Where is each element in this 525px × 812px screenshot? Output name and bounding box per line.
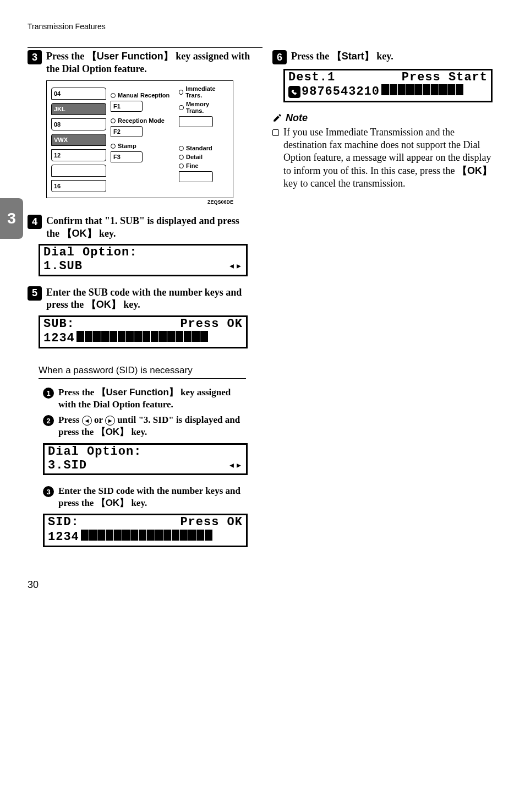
- lcd-l1b: Press OK: [180, 515, 243, 529]
- standard-label: Standard: [186, 145, 212, 151]
- sid-password-heading: When a password (SID) is necessary: [39, 365, 246, 379]
- step-3: 3 Press the 【User Function】 key assigned…: [28, 50, 253, 75]
- f3-key: F3: [111, 151, 143, 162]
- cursor-blocks: [381, 84, 463, 99]
- ok-key-label: 【OK】: [457, 165, 492, 176]
- step4-text-b: key.: [97, 228, 116, 239]
- manual-reception-label: Manual Reception: [118, 92, 169, 99]
- led-icon: [179, 146, 184, 151]
- substep-1: 1 Press the 【User Function】 key assigned…: [43, 386, 247, 411]
- step-number-icon: 3: [28, 50, 42, 64]
- detail-label: Detail: [186, 154, 203, 160]
- lcd-dial-option-sid: Dial Option: 3.SID◂▸: [43, 443, 248, 476]
- lcd-l1b: Press OK: [180, 317, 243, 331]
- pad-vwx: VWX: [51, 134, 106, 146]
- step-5: 5 Enter the SUB code with the number key…: [28, 286, 253, 311]
- memory-trans-label: Memory Trans.: [186, 101, 228, 114]
- blank-key: [179, 116, 213, 127]
- lcd-sub-entry: SUB:Press OK 1234: [39, 315, 248, 349]
- pad-04: 04: [51, 88, 106, 100]
- sub1-a: Press the: [58, 387, 97, 397]
- step-6: 6 Press the 【Start】 key.: [272, 50, 497, 64]
- lcd-line2: 9876543210: [302, 85, 380, 99]
- operation-panel-figure: 04 JKL 08 VWX 12 16 Manual Reception F1 …: [46, 80, 253, 205]
- lcd-l1a: SID:: [48, 515, 79, 529]
- f2-key: F2: [111, 126, 143, 137]
- lcd-dial-option-sub: Dial Option: 1.SUB◂▸: [39, 244, 248, 276]
- lcd-line2: 1234: [43, 331, 75, 345]
- start-key-label: 【Start】: [332, 51, 374, 62]
- figure-caption: ZEQS06DE: [46, 199, 233, 205]
- f1-key: F1: [111, 101, 143, 112]
- substep-number-icon: 2: [43, 415, 54, 426]
- sub2-mid: or: [92, 415, 105, 425]
- square-bullet-icon: [272, 129, 279, 136]
- step3-text-a: Press the: [46, 51, 87, 62]
- lcd-l1a: SUB:: [43, 317, 75, 331]
- pad-16: 16: [51, 180, 106, 192]
- lcd-line2: 3.SID: [48, 459, 87, 472]
- right-arrow-key-icon: ▸: [105, 416, 115, 426]
- led-icon: [111, 118, 116, 123]
- reception-mode-label: Reception Mode: [118, 117, 165, 124]
- sub3-a: Enter the SID code with the number keys …: [58, 486, 240, 508]
- substep-2: 2 Press ◂ or ▸ until "3. SID" is display…: [43, 414, 247, 438]
- lcd-l1a: Dest.1: [288, 70, 335, 84]
- arrow-icons: ◂▸: [228, 459, 243, 472]
- led-icon: [111, 144, 116, 149]
- led-icon: [179, 90, 183, 95]
- phone-icon: [288, 86, 300, 98]
- running-header: Transmission Features: [28, 22, 262, 31]
- step6-b: key.: [374, 51, 393, 62]
- led-icon: [179, 155, 184, 160]
- cursor-blocks: [80, 530, 212, 544]
- page-number: 30: [28, 579, 497, 591]
- note-heading: Note: [272, 112, 497, 124]
- lcd-l1b: Press Start: [402, 70, 488, 84]
- ok-key-label: 【OK】: [62, 228, 97, 239]
- user-function-key-label: 【User Function】: [87, 51, 173, 62]
- substep-number-icon: 1: [43, 388, 54, 399]
- ok-key-label: 【OK】: [86, 299, 121, 310]
- pencil-icon: [272, 113, 282, 123]
- led-icon: [111, 93, 116, 98]
- sub2-a: Press: [58, 415, 82, 425]
- led-icon: [179, 164, 184, 168]
- stamp-label: Stamp: [118, 143, 136, 149]
- pad-08: 08: [51, 118, 106, 130]
- note-text-tail: key to cancel the transmission.: [283, 178, 405, 189]
- blank-key: [179, 171, 213, 182]
- step-number-icon: 4: [28, 215, 42, 229]
- lcd-sid-entry: SID:Press OK 1234: [43, 514, 248, 547]
- pad-12: 12: [51, 149, 106, 161]
- step5-text-a: Enter the SUB code with the number keys …: [46, 287, 242, 310]
- immediate-trans-label: Immediate Trars.: [185, 85, 228, 99]
- ok-key-label: 【OK】: [96, 498, 129, 508]
- step-4: 4 Confirm that "1. SUB" is displayed and…: [28, 215, 253, 239]
- ok-key-label: 【OK】: [96, 427, 129, 437]
- left-arrow-key-icon: ◂: [82, 416, 92, 426]
- lcd-line2: 1234: [48, 530, 79, 544]
- step-number-icon: 6: [272, 50, 287, 64]
- step6-a: Press the: [291, 51, 332, 62]
- section-tab: 3: [0, 198, 23, 239]
- substep-3: 3 Enter the SID code with the number key…: [43, 485, 247, 509]
- lcd-line1: Dial Option:: [43, 246, 137, 259]
- lcd-line2: 1.SUB: [43, 259, 83, 273]
- arrow-icons: ◂▸: [228, 260, 243, 273]
- step-number-icon: 5: [28, 286, 42, 301]
- note-body: If you use Immediate Transmission and th…: [283, 126, 497, 190]
- step5-text-b: key.: [121, 299, 140, 310]
- led-icon: [179, 105, 184, 110]
- pad-jkl: JKL: [51, 103, 106, 115]
- substep-number-icon: 3: [43, 486, 54, 497]
- fine-label: Fine: [186, 162, 199, 169]
- note-label: Note: [286, 112, 308, 124]
- cursor-blocks: [76, 331, 208, 346]
- pad-blank: [51, 165, 106, 177]
- user-function-key-label: 【User Function】: [97, 387, 178, 397]
- lcd-line1: Dial Option:: [48, 445, 141, 459]
- sub2-c: key.: [129, 427, 147, 437]
- lcd-dest: Dest.1Press Start 9876543210: [283, 69, 493, 102]
- sub3-b: key.: [129, 498, 147, 508]
